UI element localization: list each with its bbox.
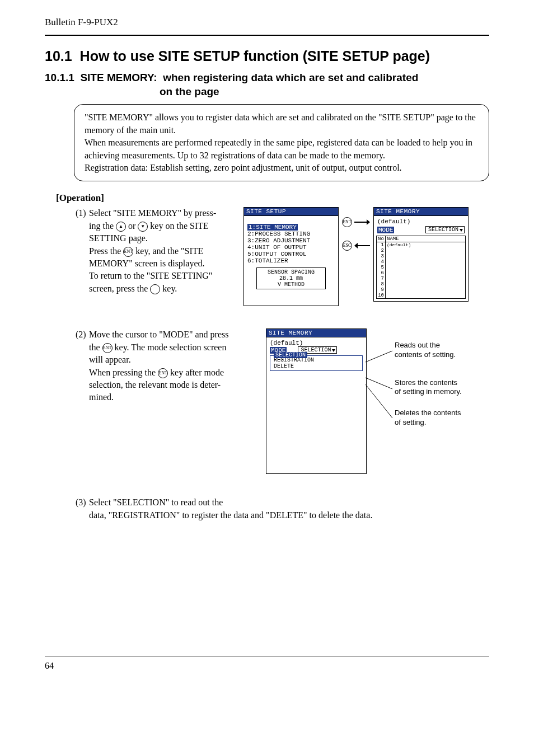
list-row-num: 7 — [377, 276, 386, 281]
lcd-menu-item: 3:ZERO ADJUSTMENT — [247, 237, 335, 244]
lcd-mode-label: MODE — [377, 227, 394, 233]
lcd-menu-item: 1:SITE MEMORY — [247, 224, 298, 231]
lcd-sensor-line: 28.1 mm — [257, 275, 325, 281]
lcd-site-memory: SITE MEMORY (default) MODE SELECTION No … — [373, 207, 469, 302]
lcd-title: SITE MEMORY — [374, 208, 468, 216]
list-row-num: 2 — [377, 248, 386, 253]
list-row-val: (default) — [386, 242, 465, 248]
step1-line: Select "SITE MEMORY" by press- — [89, 208, 216, 218]
list-row-num: 4 — [377, 259, 386, 265]
list-row-num: 3 — [377, 253, 386, 259]
svg-marker-3 — [354, 243, 358, 248]
bulletin-id: Bulletin F-9-PUX2 — [45, 17, 489, 28]
arrow-right-icon — [354, 219, 370, 226]
lcd-sensor-box: SENSOR SPACING 28.1 mm V METHOD — [256, 267, 326, 289]
step2-line: key. The mode selection screen — [113, 342, 227, 352]
page-number: 64 — [45, 661, 489, 671]
list-row-num: 5 — [377, 265, 386, 270]
section-title: 10.1 How to use SITE SETUP function (SIT… — [45, 48, 489, 64]
step1-line: key. — [160, 284, 177, 293]
step3-line: Select "SELECTION" to read out the — [89, 497, 223, 507]
lcd-menu-item: 6:TOTALIZER — [247, 257, 335, 264]
step1-line: To return to the "SITE SETTING" — [89, 271, 212, 280]
list-row-num: 8 — [377, 281, 386, 287]
step1-line: ing the — [89, 221, 116, 231]
lcd-selection-dropdown: SELECTION — [425, 226, 465, 233]
lcd-mode-menu: SELECTION REGISTRATION DELETE — [270, 355, 363, 371]
operation-heading: [Operation] — [56, 192, 489, 204]
step2-line: When pressing the — [89, 368, 158, 377]
lcd-site-setup: SITE SETUP 1:SITE MEMORY 2:PROCESS SETTI… — [243, 207, 339, 306]
svg-line-6 — [366, 384, 392, 418]
info-p3: Registration data: Establish setting, ze… — [85, 162, 479, 174]
lcd-title: SITE SETUP — [244, 208, 338, 216]
step2-line: key after mode — [168, 368, 224, 377]
step1-num: (1) — [76, 207, 89, 219]
list-header-no: No — [377, 236, 386, 242]
list-header-name: NAME — [386, 236, 465, 242]
menu-title-selection: SELECTION — [274, 352, 307, 358]
step2-line: mined. — [89, 392, 114, 402]
step3-num: (3) — [76, 496, 89, 509]
list-row-num: 6 — [377, 270, 386, 276]
lcd-menu-item: 4:UNIT OF OUTPUT — [247, 244, 335, 251]
lcd-title: SITE MEMORY — [266, 329, 366, 337]
step-2: (2) Move the cursor to "MODE" and press … — [76, 328, 489, 474]
info-p2: When measurements are performed repeated… — [85, 137, 479, 162]
step3-line: data, "REGISTRATION" to register the dat… — [89, 510, 372, 520]
svg-line-4 — [366, 351, 392, 362]
step2-line: the — [89, 342, 102, 352]
menu-item-delete: DELETE — [273, 363, 360, 369]
callout-registration: Stores the contentsof setting in memory. — [395, 378, 484, 397]
step1-line: screen, press the — [89, 284, 150, 293]
lcd-sensor-line: V METHOD — [257, 281, 325, 288]
callout-selection: Reads out thecontents of setting. — [395, 341, 484, 359]
info-box: "SITE MEMORY" allows you to register dat… — [74, 104, 489, 181]
subsection-cont2: on the page — [45, 85, 489, 99]
section-number: 10.1 — [45, 48, 72, 64]
subsection-number: 10.1.1 — [45, 72, 74, 83]
list-row-num: 9 — [377, 287, 386, 293]
down-arrow-icon: ▼ — [138, 222, 148, 232]
lcd-menu-item: 5:OUTPUT CONTROL — [247, 251, 335, 257]
step2-num: (2) — [76, 328, 89, 341]
step1-line: key on the SITE — [148, 221, 208, 231]
lcd-default: (default) — [266, 337, 366, 346]
ent-key-icon: ENT — [342, 217, 352, 227]
ent-key-icon: ENT — [158, 368, 168, 378]
step2-line: selection, the relevant mode is deter- — [89, 380, 221, 389]
footer-rule — [45, 656, 489, 656]
step1-line: Press the — [89, 246, 123, 256]
ent-key-icon: ENT — [102, 343, 113, 353]
lcd-menu-item: 2:PROCESS SETTING — [247, 231, 335, 237]
step1-line: key, and the "SITE — [133, 246, 203, 256]
esc-key-icon: ESC — [342, 241, 352, 251]
up-arrow-icon: ▲ — [116, 222, 126, 232]
info-p1: "SITE MEMORY" allows you to register dat… — [85, 111, 479, 137]
list-row-num: 10 — [377, 293, 386, 298]
step-1: (1) Select "SITE MEMORY" by press- ing t… — [76, 207, 489, 306]
blank-key-icon — [150, 284, 160, 294]
section-heading: How to use SITE SETUP function (SITE SET… — [80, 48, 430, 64]
list-row-num: 1 — [377, 242, 386, 248]
step2-line: will appear. — [89, 355, 131, 364]
lcd-default: (default) — [377, 218, 465, 225]
subsection-title: 10.1.1 SITE MEMORY: when registering dat… — [45, 71, 489, 98]
step-3: (3)Select "SELECTION" to read out the da… — [76, 496, 489, 522]
lcd-memory-list: No NAME 1(default) 2 3 4 5 6 7 8 9 10 — [376, 236, 466, 299]
arrow-left-icon — [354, 242, 370, 249]
ent-key-icon: ENT — [123, 247, 133, 257]
arrow-column: ENT ESC — [342, 207, 370, 251]
step1-line: SETTING page. — [89, 233, 148, 243]
step2-line: Move the cursor to "MODE" and press — [89, 330, 228, 339]
callout-delete: Deletes the contentsof setting. — [395, 408, 484, 427]
step1-line: MEMORY" screen is displayed. — [89, 259, 205, 268]
step1-line: or — [126, 221, 138, 231]
svg-line-5 — [366, 378, 392, 389]
lcd-mode-select: SITE MEMORY (default) MODE SELECTION SEL… — [266, 328, 367, 474]
svg-marker-1 — [367, 219, 370, 225]
subsection-label: SITE MEMORY: — [80, 72, 157, 83]
lcd-sensor-line: SENSOR SPACING — [257, 269, 325, 275]
subsection-cont: when registering data which are set and … — [163, 72, 418, 83]
header-rule — [45, 35, 489, 36]
